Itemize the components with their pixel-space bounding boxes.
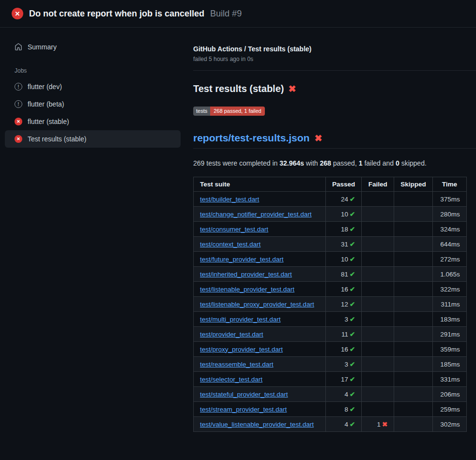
time-cell: 359ms: [432, 342, 466, 357]
report-title: reports/test-results.json ✖: [193, 132, 476, 149]
test-suite-link[interactable]: test/proxy_provider_test.dart: [200, 346, 283, 353]
check-icon: ✔: [350, 376, 355, 383]
tests-summary-sentence: 269 tests were completed in 32.964s with…: [193, 159, 476, 167]
check-icon: ✔: [350, 391, 355, 398]
job-label: flutter (dev): [28, 83, 62, 91]
test-suite-link[interactable]: test/provider_test.dart: [200, 331, 263, 338]
table-row: test/listenable_proxy_provider_test.dart…: [194, 297, 467, 312]
neutral-status-icon: !: [15, 83, 22, 91]
table-row: test/provider_test.dart 11✔ 291ms: [194, 327, 467, 342]
table-header-row: Test suite Passed Failed Skipped Time: [194, 177, 467, 192]
failed-status-icon: ✕: [15, 135, 22, 143]
check-run-content: GitHub Actions / Test results (stable) f…: [185, 28, 476, 432]
check-icon: ✔: [350, 361, 355, 368]
check-icon: ✔: [350, 331, 355, 338]
table-row: test/stream_provider_test.dart 8✔ 259ms: [194, 402, 467, 417]
job-label: flutter (stable): [28, 118, 69, 125]
sidebar-summary-label: Summary: [28, 43, 57, 51]
col-header-failed: Failed: [362, 177, 394, 192]
table-row: test/listenable_provider_test.dart 16✔ 3…: [194, 282, 467, 297]
check-run-header: ✕ Do not create report when job is cance…: [0, 0, 476, 28]
sidebar-item-summary[interactable]: Summary: [5, 38, 181, 56]
sidebar-item-test-results-stable[interactable]: ✕ Test results (stable): [5, 130, 181, 148]
test-suite-link[interactable]: test/consumer_test.dart: [200, 226, 268, 233]
table-row: test/future_provider_test.dart 10✔ 272ms: [194, 252, 467, 267]
sidebar-item-flutter-beta[interactable]: ! flutter (beta): [5, 95, 181, 113]
check-icon: ✔: [350, 316, 355, 323]
test-suite-link[interactable]: test/inherited_provider_test.dart: [200, 271, 292, 278]
col-header-passed: Passed: [326, 177, 362, 192]
time-cell: 324ms: [432, 222, 466, 237]
time-cell: 644ms: [432, 237, 466, 252]
sidebar-item-flutter-dev[interactable]: ! flutter (dev): [5, 78, 181, 95]
table-row: test/stateful_provider_test.dart 4✔ 206m…: [194, 387, 467, 402]
table-row: test/context_test.dart 31✔ 644ms: [194, 237, 467, 252]
jobs-sidebar: Summary Jobs ! flutter (dev) ! flutter (…: [0, 28, 185, 148]
col-header-test-suite: Test suite: [194, 177, 326, 192]
table-row: test/builder_test.dart 24✔ 375ms: [194, 192, 467, 207]
table-row: test/change_notifier_provider_test.dart …: [194, 207, 467, 222]
check-icon: ✔: [350, 346, 355, 353]
check-icon: ✔: [350, 196, 355, 203]
time-cell: 291ms: [432, 327, 466, 342]
table-row: test/value_listenable_provider_test.dart…: [194, 417, 467, 432]
tests-badge: tests 268 passed, 1 failed: [193, 107, 265, 116]
check-icon: ✔: [350, 226, 355, 233]
test-suite-link[interactable]: test/stream_provider_test.dart: [200, 406, 287, 413]
time-cell: 1.065s: [432, 267, 466, 282]
divider: [193, 70, 476, 71]
test-suite-link[interactable]: test/context_test.dart: [200, 241, 261, 248]
col-header-time: Time: [432, 177, 466, 192]
badge-label: tests: [193, 107, 210, 116]
test-suite-link[interactable]: test/listenable_proxy_provider_test.dart: [200, 301, 314, 308]
failed-x-icon: ✖: [314, 133, 322, 144]
time-cell: 259ms: [432, 402, 466, 417]
test-suite-link[interactable]: test/selector_test.dart: [200, 376, 262, 383]
time-cell: 280ms: [432, 207, 466, 222]
check-icon: ✔: [350, 301, 355, 308]
check-icon: ✔: [350, 241, 355, 248]
check-section-title-text: Test results (stable): [193, 83, 284, 94]
check-icon: ✔: [350, 286, 355, 293]
check-section-title: Test results (stable) ✖: [193, 83, 476, 94]
workflow-run-title: Do not create report when job is cancell…: [29, 9, 204, 19]
sidebar-item-flutter-stable[interactable]: ✕ flutter (stable): [5, 113, 181, 130]
check-icon: ✔: [350, 421, 355, 428]
time-cell: 311ms: [432, 297, 466, 312]
failed-x-icon: ✖: [288, 83, 296, 94]
time-cell: 375ms: [432, 192, 466, 207]
x-icon: ✖: [382, 421, 387, 428]
check-icon: ✔: [350, 406, 355, 413]
build-number: Build #9: [210, 9, 242, 19]
table-row: test/selector_test.dart 17✔ 331ms: [194, 372, 467, 387]
time-cell: 322ms: [432, 282, 466, 297]
test-suite-link[interactable]: test/value_listenable_provider_test.dart: [200, 421, 314, 428]
test-suite-link[interactable]: test/builder_test.dart: [200, 196, 259, 203]
test-suite-link[interactable]: test/change_notifier_provider_test.dart: [200, 211, 311, 218]
time-cell: 331ms: [432, 372, 466, 387]
test-results-table: Test suite Passed Failed Skipped Time te…: [193, 177, 467, 432]
test-suite-link[interactable]: test/stateful_provider_test.dart: [200, 391, 288, 398]
time-cell: 302ms: [432, 417, 466, 432]
job-label: flutter (beta): [28, 100, 64, 108]
home-icon: [15, 43, 22, 51]
table-row: test/proxy_provider_test.dart 16✔ 359ms: [194, 342, 467, 357]
failed-status-icon: ✕: [12, 8, 23, 19]
time-cell: 206ms: [432, 387, 466, 402]
time-cell: 272ms: [432, 252, 466, 267]
time-cell: 185ms: [432, 357, 466, 372]
test-suite-link[interactable]: test/listenable_provider_test.dart: [200, 286, 294, 293]
check-icon: ✔: [350, 211, 355, 218]
check-icon: ✔: [350, 256, 355, 263]
neutral-status-icon: !: [15, 100, 22, 108]
report-file-link[interactable]: reports/test-results.json: [193, 132, 309, 144]
time-cell: 183ms: [432, 312, 466, 327]
badge-value: 268 passed, 1 failed: [210, 107, 264, 116]
table-row: test/consumer_test.dart 18✔ 324ms: [194, 222, 467, 237]
test-suite-link[interactable]: test/future_provider_test.dart: [200, 256, 284, 263]
table-row: test/inherited_provider_test.dart 81✔ 1.…: [194, 267, 467, 282]
test-suite-link[interactable]: test/multi_provider_test.dart: [200, 316, 281, 323]
breadcrumb: GitHub Actions / Test results (stable): [193, 45, 476, 53]
job-label: Test results (stable): [28, 135, 86, 143]
test-suite-link[interactable]: test/reassemble_test.dart: [200, 361, 274, 368]
